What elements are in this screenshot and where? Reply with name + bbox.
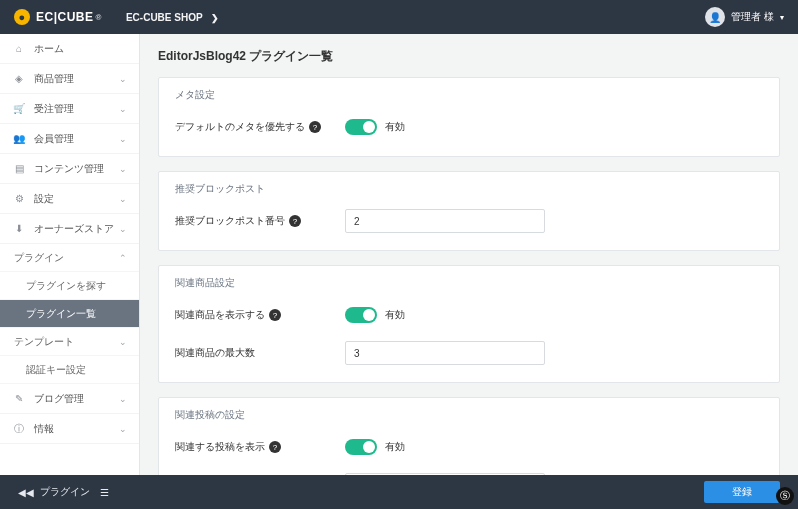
setting-label: 推奨ブロックポスト番号? bbox=[175, 214, 345, 228]
chevron-down-icon: ⌄ bbox=[119, 164, 127, 174]
brand-text-2: CUBE bbox=[58, 10, 94, 24]
sidebar-item-label: ブログ管理 bbox=[34, 392, 84, 406]
sidebar-sub-label: プラグイン bbox=[14, 251, 64, 265]
settings-card-0: メタ設定デフォルトのメタを優先する?有効 bbox=[158, 77, 780, 157]
toggle-state-label: 有効 bbox=[385, 308, 405, 322]
save-button[interactable]: 登録 bbox=[704, 481, 780, 503]
chevron-down-icon: ⌄ bbox=[119, 104, 127, 114]
chevron-down-icon: ⌄ bbox=[119, 74, 127, 84]
sidebar-sub-label: プラグイン一覧 bbox=[26, 307, 96, 321]
avatar-icon: 👤 bbox=[705, 7, 725, 27]
brand-text-1: EC bbox=[36, 10, 54, 24]
sidebar-sub-2[interactable]: プラグイン一覧 bbox=[0, 300, 139, 328]
setting-label: 関連する投稿を表示? bbox=[175, 440, 345, 454]
chevron-down-icon: ⌄ bbox=[119, 134, 127, 144]
setting-row: デフォルトのメタを優先する?有効 bbox=[175, 112, 763, 142]
symfony-badge-icon[interactable]: Ⓢ bbox=[776, 487, 794, 505]
sidebar-item-label: オーナーズストア bbox=[34, 222, 114, 236]
user-label: 管理者 様 bbox=[731, 10, 774, 24]
number-input[interactable] bbox=[345, 209, 545, 233]
users-icon: 👥 bbox=[12, 133, 26, 144]
card-heading: 関連商品設定 bbox=[175, 276, 763, 290]
sidebar-item-label: 情報 bbox=[34, 422, 54, 436]
setting-row: 関連する投稿を表示?有効 bbox=[175, 432, 763, 462]
sidebar-item-label: 受注管理 bbox=[34, 102, 74, 116]
setting-label: 関連商品の最大数 bbox=[175, 346, 345, 360]
sidebar-item-2[interactable]: 🛒受注管理⌄ bbox=[0, 94, 139, 124]
toggle-state-label: 有効 bbox=[385, 440, 405, 454]
sidebar-item-label: 設定 bbox=[34, 192, 54, 206]
card-heading: 関連投稿の設定 bbox=[175, 408, 763, 422]
chevron-right-icon: ❯ bbox=[211, 13, 219, 23]
pen-icon: ✎ bbox=[12, 393, 26, 404]
toggle-switch[interactable] bbox=[345, 307, 377, 323]
page-title: EditorJsBlog42 プラグイン一覧 bbox=[158, 48, 780, 65]
toggle-switch[interactable] bbox=[345, 439, 377, 455]
help-icon[interactable]: ? bbox=[309, 121, 321, 133]
home-icon: ⌂ bbox=[12, 43, 26, 54]
sidebar-sub-3[interactable]: テンプレート⌄ bbox=[0, 328, 139, 356]
number-input[interactable] bbox=[345, 341, 545, 365]
help-icon[interactable]: ? bbox=[289, 215, 301, 227]
back-to-plugins[interactable]: ◀◀ プラグイン bbox=[18, 485, 90, 499]
brand-logo: ● EC | CUBE ® bbox=[14, 9, 102, 25]
back-label: プラグイン bbox=[40, 485, 90, 499]
user-menu[interactable]: 👤 管理者 様 ▾ bbox=[705, 7, 784, 27]
sidebar-item-4[interactable]: ▤コンテンツ管理⌄ bbox=[0, 154, 139, 184]
sidebar-item-6[interactable]: ⬇オーナーズストア⌄ bbox=[0, 214, 139, 244]
cart-icon: 🛒 bbox=[12, 103, 26, 114]
shop-name: EC-CUBE SHOP bbox=[126, 12, 203, 23]
logo-mark-icon: ● bbox=[14, 9, 30, 25]
list-icon[interactable]: ☰ bbox=[100, 487, 109, 498]
sidebar-item-label: 商品管理 bbox=[34, 72, 74, 86]
chevron-up-icon: ⌃ bbox=[119, 253, 127, 263]
toggle-switch[interactable] bbox=[345, 119, 377, 135]
settings-card-2: 関連商品設定関連商品を表示する?有効関連商品の最大数 bbox=[158, 265, 780, 383]
setting-row: 関連商品の最大数 bbox=[175, 338, 763, 368]
sidebar-item-0[interactable]: ⌂ホーム bbox=[0, 34, 139, 64]
tag-icon: ◈ bbox=[12, 73, 26, 84]
sidebar-sub-0[interactable]: プラグイン⌃ bbox=[0, 244, 139, 272]
brand-text-suffix: ® bbox=[96, 13, 102, 22]
setting-row: 関連商品を表示する?有効 bbox=[175, 300, 763, 330]
sidebar-item-1[interactable]: ◈商品管理⌄ bbox=[0, 64, 139, 94]
chevron-down-icon: ⌄ bbox=[119, 224, 127, 234]
sidebar-item-label: ホーム bbox=[34, 42, 64, 56]
card-heading: メタ設定 bbox=[175, 88, 763, 102]
rewind-icon: ◀◀ bbox=[18, 487, 34, 498]
setting-label: デフォルトのメタを優先する? bbox=[175, 120, 345, 134]
help-icon[interactable]: ? bbox=[269, 441, 281, 453]
store-icon: ⬇ bbox=[12, 223, 26, 234]
chevron-down-icon: ⌄ bbox=[119, 394, 127, 404]
setting-row: 推奨ブロックポスト番号? bbox=[175, 206, 763, 236]
sidebar-item-label: 会員管理 bbox=[34, 132, 74, 146]
sidebar-sub-label: 認証キー設定 bbox=[26, 363, 86, 377]
shop-switcher[interactable]: EC-CUBE SHOP ❯ bbox=[126, 12, 219, 23]
sidebar-extra-1[interactable]: ⓘ情報⌄ bbox=[0, 414, 139, 444]
chevron-down-icon: ⌄ bbox=[119, 337, 127, 347]
gear-icon: ⚙ bbox=[12, 193, 26, 204]
help-icon[interactable]: ? bbox=[269, 309, 281, 321]
sidebar-sub-1[interactable]: プラグインを探す bbox=[0, 272, 139, 300]
info-icon: ⓘ bbox=[12, 422, 26, 436]
chevron-down-icon: ⌄ bbox=[119, 424, 127, 434]
setting-label: 関連商品を表示する? bbox=[175, 308, 345, 322]
sidebar-item-label: コンテンツ管理 bbox=[34, 162, 104, 176]
sidebar-extra-0[interactable]: ✎ブログ管理⌄ bbox=[0, 384, 139, 414]
sidebar-sub-label: プラグインを探す bbox=[26, 279, 106, 293]
chevron-down-icon: ⌄ bbox=[119, 194, 127, 204]
card-heading: 推奨ブロックポスト bbox=[175, 182, 763, 196]
sidebar-item-3[interactable]: 👥会員管理⌄ bbox=[0, 124, 139, 154]
settings-card-1: 推奨ブロックポスト推奨ブロックポスト番号? bbox=[158, 171, 780, 251]
sidebar-sub-label: テンプレート bbox=[14, 335, 74, 349]
file-icon: ▤ bbox=[12, 163, 26, 174]
toggle-state-label: 有効 bbox=[385, 120, 405, 134]
sidebar-item-5[interactable]: ⚙設定⌄ bbox=[0, 184, 139, 214]
caret-down-icon: ▾ bbox=[780, 13, 784, 22]
sidebar-sub-4[interactable]: 認証キー設定 bbox=[0, 356, 139, 384]
